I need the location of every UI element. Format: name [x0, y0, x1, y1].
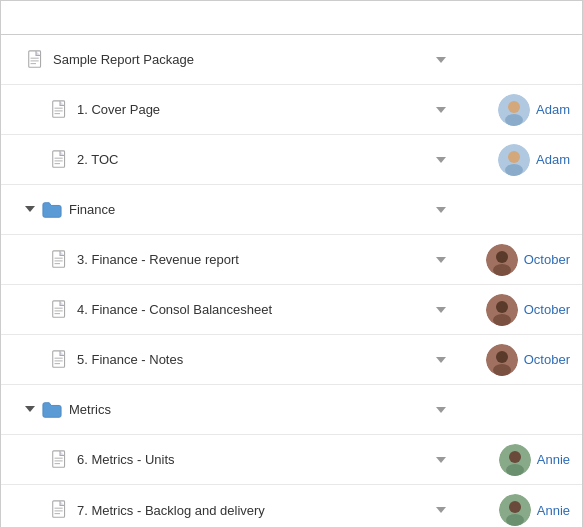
- row-name-cell: Metrics: [9, 399, 384, 421]
- item-label: Finance: [69, 202, 115, 217]
- item-label: 5. Finance - Notes: [77, 352, 183, 367]
- avatar: [486, 294, 518, 326]
- avatar: [486, 244, 518, 276]
- item-label: Sample Report Package: [53, 52, 194, 67]
- svg-point-25: [493, 264, 511, 276]
- folder-icon: [41, 399, 63, 421]
- responsibility-cell[interactable]: [384, 107, 494, 113]
- author-cell: Annie: [494, 444, 574, 476]
- author-name: Annie: [537, 503, 570, 518]
- file-icon: [49, 249, 71, 271]
- chevron-down-icon[interactable]: [436, 357, 446, 363]
- svg-point-31: [496, 301, 508, 313]
- row-name-cell: 3. Finance - Revenue report: [9, 249, 384, 271]
- chevron-down-icon[interactable]: [436, 207, 446, 213]
- item-label: 7. Metrics - Backlog and delivery: [77, 503, 265, 518]
- svg-point-38: [496, 351, 508, 363]
- file-icon: [49, 149, 71, 171]
- svg-rect-33: [53, 350, 65, 366]
- svg-rect-0: [29, 50, 41, 66]
- author-cell: October: [494, 294, 574, 326]
- table-row[interactable]: 1. Cover Page Adam: [1, 85, 582, 135]
- author-cell: Adam: [494, 144, 574, 176]
- rows-container: Sample Report Package 1. Cover Page Adam…: [1, 35, 582, 527]
- file-icon: [49, 449, 71, 471]
- table-row[interactable]: 5. Finance - Notes October: [1, 335, 582, 385]
- item-label: Metrics: [69, 402, 111, 417]
- table-row[interactable]: 4. Finance - Consol Balancesheet October: [1, 285, 582, 335]
- row-name-cell: Finance: [9, 199, 384, 221]
- row-name-cell: 4. Finance - Consol Balancesheet: [9, 299, 384, 321]
- author-cell: Annie: [494, 494, 574, 526]
- responsibility-cell[interactable]: [384, 407, 494, 413]
- author-name: Annie: [537, 452, 570, 467]
- responsibility-cell[interactable]: [384, 157, 494, 163]
- row-name-cell: 7. Metrics - Backlog and delivery: [9, 499, 384, 521]
- row-name-cell: Sample Report Package: [9, 49, 384, 71]
- row-name-cell: 6. Metrics - Units: [9, 449, 384, 471]
- responsibility-cell[interactable]: [384, 57, 494, 63]
- chevron-down-icon[interactable]: [436, 457, 446, 463]
- table-row[interactable]: 2. TOC Adam: [1, 135, 582, 185]
- table-row[interactable]: Metrics: [1, 385, 582, 435]
- table-row[interactable]: 6. Metrics - Units Annie: [1, 435, 582, 485]
- svg-point-47: [506, 464, 524, 476]
- responsibility-cell[interactable]: [384, 357, 494, 363]
- author-name: October: [524, 302, 570, 317]
- chevron-down-icon[interactable]: [436, 307, 446, 313]
- chevron-down-icon[interactable]: [436, 507, 446, 513]
- svg-point-46: [509, 451, 521, 463]
- svg-point-17: [505, 164, 523, 176]
- author-name: October: [524, 352, 570, 367]
- file-icon: [49, 349, 71, 371]
- avatar: [486, 344, 518, 376]
- responsibility-cell[interactable]: [384, 207, 494, 213]
- svg-point-53: [509, 501, 521, 513]
- avatar: [499, 494, 531, 526]
- svg-point-32: [493, 314, 511, 326]
- item-label: 6. Metrics - Units: [77, 452, 175, 467]
- table-row[interactable]: Sample Report Package: [1, 35, 582, 85]
- expand-arrow-icon[interactable]: [25, 402, 35, 417]
- table-row[interactable]: 7. Metrics - Backlog and delivery Annie: [1, 485, 582, 527]
- table-row[interactable]: Finance: [1, 185, 582, 235]
- author-cell: October: [494, 244, 574, 276]
- svg-marker-18: [25, 206, 35, 212]
- avatar: [499, 444, 531, 476]
- avatar: [498, 144, 530, 176]
- report-table: Sample Report Package 1. Cover Page Adam…: [0, 0, 583, 527]
- svg-point-9: [508, 101, 520, 113]
- item-label: 1. Cover Page: [77, 102, 160, 117]
- author-cell: Adam: [494, 94, 574, 126]
- chevron-down-icon[interactable]: [436, 257, 446, 263]
- svg-point-54: [506, 514, 524, 526]
- svg-point-10: [505, 114, 523, 126]
- chevron-down-icon[interactable]: [436, 157, 446, 163]
- author-name: Adam: [536, 152, 570, 167]
- chevron-down-icon[interactable]: [436, 107, 446, 113]
- svg-marker-40: [25, 406, 35, 412]
- chevron-down-icon[interactable]: [436, 57, 446, 63]
- expand-arrow-icon[interactable]: [25, 202, 35, 217]
- svg-rect-11: [53, 150, 65, 166]
- row-name-cell: 1. Cover Page: [9, 99, 384, 121]
- table-row[interactable]: 3. Finance - Revenue report October: [1, 235, 582, 285]
- responsibility-cell[interactable]: [384, 507, 494, 513]
- file-icon: [25, 49, 47, 71]
- svg-rect-4: [53, 100, 65, 116]
- table-header: [1, 1, 582, 35]
- avatar: [498, 94, 530, 126]
- responsibility-cell[interactable]: [384, 307, 494, 313]
- responsibility-cell[interactable]: [384, 457, 494, 463]
- file-icon: [49, 499, 71, 521]
- file-icon: [49, 99, 71, 121]
- author-cell: October: [494, 344, 574, 376]
- chevron-down-icon[interactable]: [436, 407, 446, 413]
- svg-rect-41: [53, 450, 65, 466]
- row-name-cell: 2. TOC: [9, 149, 384, 171]
- responsibility-cell[interactable]: [384, 257, 494, 263]
- item-label: 2. TOC: [77, 152, 118, 167]
- svg-point-39: [493, 364, 511, 376]
- author-name: October: [524, 252, 570, 267]
- svg-rect-48: [53, 501, 65, 517]
